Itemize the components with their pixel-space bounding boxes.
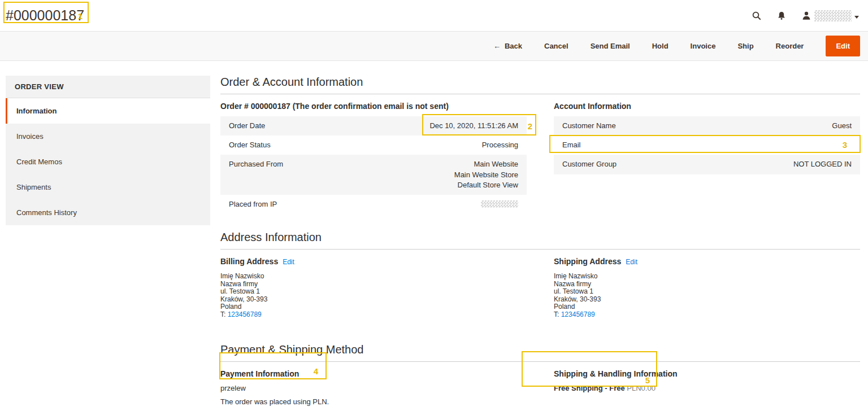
shipping-phone-link[interactable]: 123456789 <box>561 311 595 318</box>
shipping-address-block: Shipping Address Edit Imię Nazwisko Nazw… <box>554 257 860 318</box>
shipping-handling-heading: Shipping & Handling Information <box>554 369 860 378</box>
ship-button[interactable]: Ship <box>737 42 753 50</box>
search-icon[interactable] <box>752 11 762 21</box>
table-row: Order Status Processing <box>220 135 527 155</box>
order-information-block: Order # 000000187 (The order confirmatio… <box>220 102 527 214</box>
order-account-section: Order & Account Information Order # 0000… <box>220 76 860 214</box>
cancel-button[interactable]: Cancel <box>544 42 568 50</box>
ip-address-redacted <box>481 200 518 208</box>
account-heading: Account Information <box>554 102 860 111</box>
table-row: Order Date Dec 10, 2020, 11:51:26 AM <box>220 116 527 135</box>
table-row: Placed from IP <box>220 195 527 214</box>
sidebar-title: ORDER VIEW <box>6 76 210 98</box>
table-row: Customer Group NOT LOGGED IN <box>554 155 860 174</box>
table-row: Customer Name Guest <box>554 116 860 135</box>
order-actions-toolbar: ← Back Cancel Send Email Hold Invoice Sh… <box>0 31 868 61</box>
order-heading: Order # 000000187 (The order confirmatio… <box>220 102 527 111</box>
order-status-value: Processing <box>482 140 518 150</box>
sidebar-item-invoices[interactable]: Invoices <box>6 124 210 149</box>
order-date-value: Dec 10, 2020, 11:51:26 AM <box>429 121 518 131</box>
payment-information-heading: Payment Information <box>220 369 527 378</box>
sidebar-item-shipments[interactable]: Shipments <box>6 174 210 200</box>
order-view-sidebar: ORDER VIEW Information Invoices Credit M… <box>6 76 210 225</box>
table-row: Email <box>554 135 860 155</box>
shipping-method: Free Shipping - Free PLN0.00 <box>554 384 860 392</box>
back-arrow-icon: ← <box>493 42 501 50</box>
shipping-address-heading: Shipping Address <box>554 257 621 266</box>
billing-phone-link[interactable]: 123456789 <box>228 311 262 318</box>
account-name-redacted <box>814 10 852 21</box>
account-information-block: Account Information Customer Name Guest … <box>554 102 860 214</box>
invoice-button[interactable]: Invoice <box>691 42 716 50</box>
order-info-table: Order Date Dec 10, 2020, 11:51:26 AM Ord… <box>220 116 527 214</box>
account-info-table: Customer Name Guest Email Customer Group… <box>554 116 860 174</box>
address-section-title: Address Information <box>220 231 860 250</box>
payment-method: przelew <box>220 384 527 392</box>
sidebar-item-comments-history[interactable]: Comments History <box>6 200 210 225</box>
header-actions <box>752 10 859 21</box>
payment-shipping-section-title: Payment & Shipping Method <box>220 343 860 362</box>
shipping-address-text: Imię Nazwisko Nazwa firmy ul. Testowa 1 … <box>554 273 860 318</box>
purchased-from-value: Main Website Main Website Store Default … <box>454 159 518 190</box>
customer-group-value: NOT LOGGED IN <box>793 159 852 169</box>
back-button[interactable]: ← Back <box>493 42 522 50</box>
order-account-section-title: Order & Account Information <box>220 76 860 94</box>
send-email-button[interactable]: Send Email <box>591 42 630 50</box>
sidebar-item-credit-memos[interactable]: Credit Memos <box>6 149 210 174</box>
shipping-handling-block: Shipping & Handling Information Free Shi… <box>554 369 860 406</box>
bell-icon[interactable] <box>776 11 787 21</box>
person-icon <box>801 11 811 21</box>
chevron-down-icon <box>854 16 859 19</box>
shipping-address-edit-link[interactable]: Edit <box>626 258 637 266</box>
hold-button[interactable]: Hold <box>652 42 669 50</box>
address-section: Address Information Billing Address Edit… <box>220 231 860 318</box>
billing-address-edit-link[interactable]: Edit <box>283 258 294 266</box>
payment-currency-note: The order was placed using PLN. <box>220 397 527 406</box>
page-header: #000000187 <box>0 0 868 31</box>
table-row: Purchased From Main Website Main Website… <box>220 155 527 195</box>
payment-shipping-section: Payment & Shipping Method Payment Inform… <box>220 343 860 406</box>
billing-address-block: Billing Address Edit Imię Nazwisko Nazwa… <box>220 257 527 318</box>
reorder-button[interactable]: Reorder <box>776 42 804 50</box>
customer-name-value: Guest <box>832 121 852 131</box>
billing-address-heading: Billing Address <box>220 257 278 266</box>
sidebar-item-information[interactable]: Information <box>6 98 210 124</box>
billing-address-text: Imię Nazwisko Nazwa firmy ul. Testowa 1 … <box>220 273 527 318</box>
page-title: #000000187 <box>6 7 84 24</box>
payment-information-block: Payment Information przelew The order wa… <box>220 369 527 406</box>
edit-button[interactable]: Edit <box>826 36 860 56</box>
account-menu[interactable] <box>801 10 859 21</box>
